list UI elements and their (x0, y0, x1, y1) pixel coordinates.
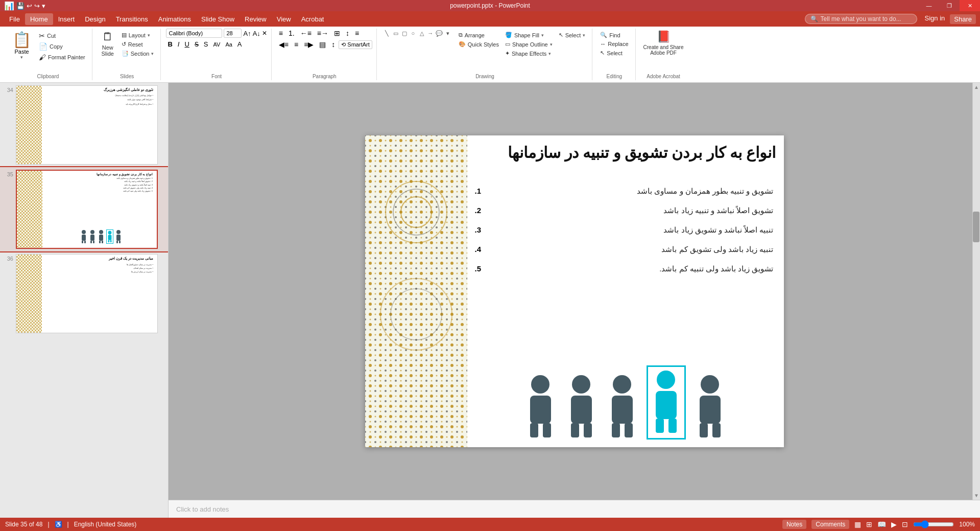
underline-btn[interactable]: U (183, 40, 190, 49)
italic-btn[interactable]: I (176, 40, 181, 49)
drawing-group-label: Drawing (382, 74, 588, 80)
shape-callout[interactable]: 💬 (435, 30, 443, 37)
font-clear-btn[interactable]: ✕ (262, 30, 267, 37)
minimize-btn[interactable]: — (919, 0, 939, 11)
fit-slide-btn[interactable]: ⊡ (902, 520, 908, 528)
case-btn[interactable]: Aa (224, 41, 233, 48)
redo-icon[interactable]: ↪ (34, 2, 40, 10)
menu-item-review[interactable]: Review (240, 13, 272, 25)
slide-panel[interactable]: 34 تئوری دو عاملی انگیزشی هرزبرگ • عوامل… (0, 83, 169, 518)
shape-oval[interactable]: ○ (409, 30, 417, 37)
spacing-btn[interactable]: AV (212, 41, 222, 48)
justify-btn[interactable]: ▤ (317, 40, 328, 49)
view-slide-sorter-btn[interactable]: ⊞ (866, 520, 872, 528)
cut-button[interactable]: ✂ Cut (36, 31, 88, 41)
menu-item-insert[interactable]: Insert (53, 13, 80, 25)
close-btn[interactable]: ✕ (960, 0, 980, 11)
reset-button[interactable]: ↺ Reset (119, 40, 157, 49)
font-increase-btn[interactable]: A↑ (243, 30, 251, 37)
adobe-content: 📕 Create and ShareAdobe PDF (641, 29, 686, 74)
copy-button[interactable]: 📄 Copy (36, 41, 88, 52)
paste-dropdown[interactable]: ▾ (20, 55, 23, 60)
search-input[interactable] (821, 15, 907, 22)
view-slideshow-btn[interactable]: ▶ (891, 520, 897, 528)
text-direction-btn[interactable]: ↕ (344, 29, 351, 38)
strikethrough-btn[interactable]: S̶ (193, 40, 200, 49)
view-reading-btn[interactable]: 📖 (877, 520, 886, 528)
bullets-btn[interactable]: ≡ (277, 29, 285, 38)
signin-btn[interactable]: Sign in (925, 14, 945, 24)
menu-item-acrobat[interactable]: Acrobat (296, 13, 329, 25)
shape-effects-button[interactable]: ✦ Shape Effects ▾ (503, 49, 555, 58)
increase-indent-btn[interactable]: ≡→ (315, 29, 330, 38)
svg-rect-45 (612, 396, 633, 424)
scroll-up-btn[interactable]: ▲ (973, 83, 980, 91)
shape-more[interactable]: ▾ (444, 30, 452, 37)
shadow-btn[interactable]: S (202, 40, 210, 49)
notes-bar[interactable]: Click to add notes (169, 500, 980, 518)
slide-thumb-34[interactable]: 34 تئوری دو عاملی انگیزشی هرزبرگ • عوامل… (0, 83, 168, 167)
restore-btn[interactable]: ❐ (939, 0, 960, 11)
customize-icon[interactable]: ▾ (42, 2, 45, 10)
slide-thumb-35[interactable]: 35 انواع به کار بردن تشویق و تنبیه در سا… (0, 167, 168, 251)
align-left-btn[interactable]: ◀≡ (277, 40, 291, 49)
undo-icon[interactable]: ↩ (27, 2, 32, 10)
columns-btn[interactable]: ⊞ (332, 29, 342, 38)
shape-rect[interactable]: ▭ (392, 30, 400, 37)
align-center-btn[interactable]: ≡ (292, 40, 300, 49)
svg-rect-37 (530, 396, 551, 424)
shape-tri[interactable]: △ (418, 30, 426, 37)
scroll-thumb[interactable] (973, 212, 979, 242)
scroll-down-btn[interactable]: ▼ (973, 491, 980, 500)
menu-item-view[interactable]: View (272, 13, 296, 25)
menu-item-file[interactable]: File (4, 13, 25, 25)
replace-button[interactable]: ↔ Replace (597, 40, 631, 48)
shape-line[interactable]: ╲ (383, 30, 391, 37)
shape-rounded-rect[interactable]: ▢ (400, 30, 409, 37)
quick-styles-button[interactable]: 🎨 Quick Styles (456, 40, 501, 49)
view-normal-btn[interactable]: ▦ (854, 520, 861, 528)
adobe-pdf-button[interactable]: 📕 Create and ShareAdobe PDF (641, 29, 686, 57)
arrange-button[interactable]: ⧉ Arrange (456, 31, 501, 39)
save-icon[interactable]: 💾 (16, 2, 25, 10)
menu-item-slideshow[interactable]: Slide Show (196, 13, 240, 25)
slides-group-label: Slides (98, 74, 157, 80)
svg-rect-38 (530, 423, 538, 437)
shape-fill-button[interactable]: 🪣 Shape Fill ▾ (503, 31, 555, 39)
font-size-input[interactable] (224, 29, 242, 38)
menu-item-home[interactable]: Home (25, 13, 53, 25)
bold-btn[interactable]: B (166, 40, 174, 49)
slide-thumb-36[interactable]: 36 مبانی مدیریت در یک قرن اخیر • مدیریت … (0, 251, 168, 336)
format-painter-button[interactable]: 🖌 Format Painter (36, 52, 88, 62)
new-slide-button[interactable]: 🗒 NewSlide (98, 29, 118, 58)
decrease-indent-btn[interactable]: ←≡ (298, 29, 314, 38)
section-button[interactable]: 📑 Section ▾ (119, 49, 157, 58)
shape-arrow[interactable]: → (426, 30, 435, 37)
vertical-scrollbar[interactable]: ▲ ▼ (972, 83, 980, 500)
paste-button[interactable]: 📋 Paste ▾ (8, 29, 35, 62)
font-color-btn[interactable]: A (236, 40, 244, 49)
line-spacing-btn[interactable]: ↕ (329, 40, 337, 49)
menu-item-animations[interactable]: Animations (153, 13, 196, 25)
slide-list-item-4: تنبیه زیاد باشد ولی تشویق کم باشد 4. (475, 245, 774, 254)
layout-dropdown[interactable]: ▾ (148, 33, 150, 38)
layout-button[interactable]: ▤ Layout ▾ (119, 31, 157, 39)
select-button[interactable]: ↖ Select ▾ (556, 31, 588, 39)
share-btn[interactable]: Share (950, 14, 976, 24)
find-button[interactable]: 🔍 Find (597, 31, 631, 39)
comments-status-btn[interactable]: Comments (811, 520, 849, 529)
status-separator-2: | (67, 521, 69, 528)
align-right-btn[interactable]: ≡▶ (302, 40, 316, 49)
editing-select-button[interactable]: ↖ Select (597, 49, 631, 57)
search-bar[interactable]: 🔍 (805, 14, 917, 24)
notes-status-btn[interactable]: Notes (782, 520, 806, 529)
zoom-slider[interactable] (913, 520, 954, 528)
numbering-btn[interactable]: 1. (286, 29, 297, 38)
align-text-btn[interactable]: ≡ (353, 29, 361, 38)
font-name-input[interactable] (166, 29, 222, 38)
menu-item-transitions[interactable]: Transitions (111, 13, 153, 25)
menu-item-design[interactable]: Design (80, 13, 110, 25)
font-decrease-btn[interactable]: A↓ (253, 30, 260, 37)
convert-smartart-btn[interactable]: ⟲ SmartArt (339, 40, 372, 49)
shape-outline-button[interactable]: ▭ Shape Outline ▾ (503, 40, 555, 49)
